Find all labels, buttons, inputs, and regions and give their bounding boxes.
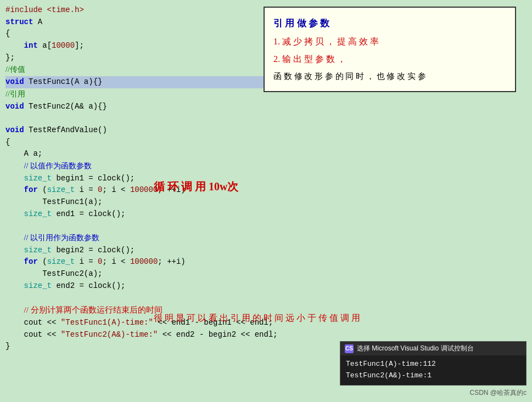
- code-line-blank1: [5, 112, 335, 124]
- code-line-9: void TestFunc2(A& a){}: [5, 101, 335, 113]
- code-line-18: // 以引用作为函数参数: [5, 232, 335, 245]
- console-line-2: TestFunc2(A&)-time:1: [346, 370, 520, 382]
- callout-box: 引 用 做 参 数 1. 减 少 拷 贝 ， 提 高 效 率 2. 输 出 型 …: [264, 7, 516, 92]
- callout-title: 引 用 做 参 数: [273, 14, 506, 33]
- console-line-1: TestFunc1(A)-time:112: [346, 359, 520, 370]
- code-line-25: cout << "TestFunc2(A&)-time:" << end2 - …: [5, 329, 335, 341]
- console-header: CS 选择 Microsoft Visual Studio 调试控制台: [340, 342, 526, 355]
- annotation-result: 很 明 显 可 以 看 出 引 用 的 时 间 远 小 于 传 值 调 用: [154, 313, 360, 324]
- watermark: CSDN @哈茶真的c: [469, 388, 527, 398]
- code-line-10: void TestRefAndValue(): [5, 124, 335, 137]
- code-line-blank2: [5, 220, 335, 232]
- code-line-12: A a;: [5, 148, 335, 160]
- callout-item-1: 1. 减 少 拷 贝 ， 提 高 效 率: [273, 33, 506, 50]
- callout-item-2: 2. 输 出 型 参 数 ，: [273, 50, 506, 68]
- code-line-26: }: [5, 341, 335, 353]
- code-line-13: // 以值作为函数参数: [5, 160, 335, 173]
- callout-sub: 函 数 修 改 形 参 的 同 时 ， 也 修 改 实 参: [273, 68, 506, 84]
- code-line-17: size_t end1 = clock();: [5, 208, 335, 220]
- code-line-20: for (size_t i = 0; i < 100000; ++i): [5, 256, 335, 268]
- console-title: 选择 Microsoft Visual Studio 调试控制台: [357, 344, 474, 353]
- code-line-19: size_t begin2 = clock();: [5, 245, 335, 257]
- code-line-22: size_t end2 = clock();: [5, 280, 335, 292]
- console-body: TestFunc1(A)-time:112 TestFunc2(A&)-time…: [340, 355, 526, 385]
- code-line-21: TestFunc2(a);: [5, 268, 335, 280]
- code-line-16: TestFunc1(a);: [5, 196, 335, 208]
- code-line-blank3: [5, 292, 335, 304]
- vs-icon: CS: [345, 344, 354, 353]
- annotation-loop: 循 环 调 用 10w次: [154, 179, 238, 194]
- console-box: CS 选择 Microsoft Visual Studio 调试控制台 Test…: [340, 341, 527, 386]
- code-line-11: {: [5, 137, 335, 149]
